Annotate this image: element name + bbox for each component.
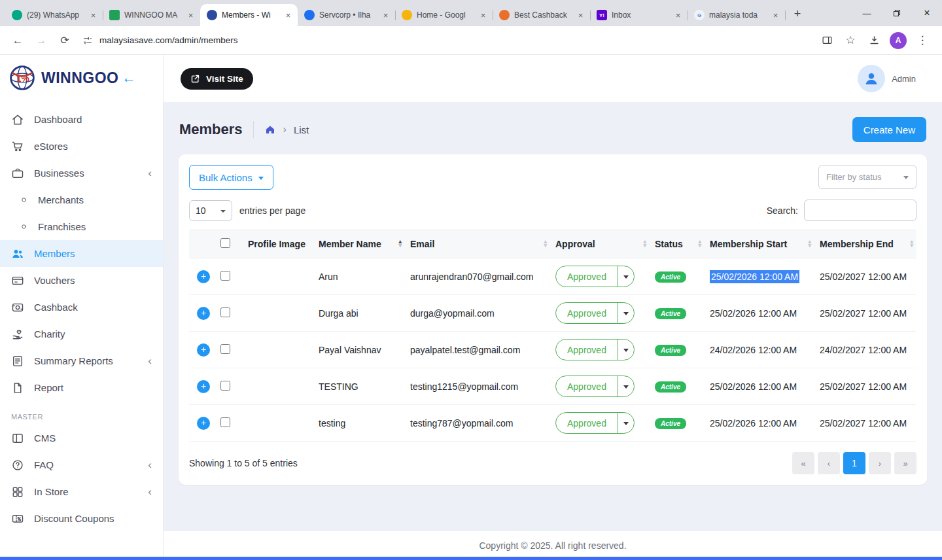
refresh-button[interactable]: ⟳: [54, 29, 76, 52]
reading-list-icon[interactable]: [816, 30, 837, 51]
tab-close-icon[interactable]: ×: [770, 10, 781, 21]
search-input[interactable]: [804, 200, 916, 221]
sidebar-item-in-store[interactable]: In Store: [0, 478, 163, 505]
tab-close-icon[interactable]: ×: [88, 10, 99, 21]
search-label: Search:: [767, 205, 798, 216]
sidebar-item-franchises[interactable]: Franchises: [0, 213, 163, 240]
browser-tab[interactable]: (29) WhatsApp ×: [5, 4, 103, 26]
pagination-page-1-button[interactable]: 1: [843, 452, 865, 474]
col-profile-image[interactable]: Profile Image: [243, 230, 313, 258]
members-table: Profile Image Member Name Email Approval…: [189, 230, 916, 442]
circle-bullet-icon: [20, 196, 28, 204]
table-row: + Arun arunrajendran070@gmail.com Approv…: [189, 258, 916, 295]
minimize-button[interactable]: —: [852, 0, 882, 26]
bottom-scrollbar[interactable]: [0, 557, 942, 560]
row-checkbox[interactable]: [220, 381, 230, 391]
browser-tab[interactable]: Home - Googl ×: [395, 4, 493, 26]
visit-site-button[interactable]: Visit Site: [181, 68, 253, 90]
sidebar-item-report[interactable]: Report: [0, 374, 163, 401]
pagination-first-button[interactable]: «: [792, 452, 814, 474]
browser-tab[interactable]: Servcorp • Ilha ×: [298, 4, 395, 26]
create-new-button[interactable]: Create New: [852, 117, 926, 142]
sidebar-item-dashboard[interactable]: Dashboard: [0, 106, 163, 133]
col-membership-end[interactable]: Membership End: [814, 230, 916, 258]
browser-profile-avatar[interactable]: A: [890, 32, 907, 49]
download-icon[interactable]: [864, 30, 884, 51]
sidebar-item-businesses[interactable]: Businesses: [0, 160, 163, 186]
sidebar-item-label: Members: [34, 248, 75, 259]
col-email[interactable]: Email: [405, 230, 550, 258]
expand-row-button[interactable]: +: [197, 417, 210, 430]
tab-close-icon[interactable]: ×: [478, 10, 489, 21]
sidebar-item-faq[interactable]: FAQ: [0, 451, 163, 478]
back-button[interactable]: ←: [7, 29, 29, 52]
expand-row-button[interactable]: +: [197, 307, 210, 320]
approval-dropdown[interactable]: Approved: [555, 412, 635, 434]
expand-row-button[interactable]: +: [197, 343, 210, 357]
collapse-sidebar-icon[interactable]: ←: [122, 70, 136, 86]
sidebar-item-summary-reports[interactable]: Summary Reports: [0, 347, 163, 374]
approval-dropdown[interactable]: Approved: [555, 339, 635, 360]
row-checkbox[interactable]: [220, 307, 230, 317]
row-checkbox[interactable]: [220, 344, 230, 354]
sidebar-item-cms[interactable]: CMS: [0, 425, 163, 451]
approval-dropdown[interactable]: Approved: [555, 302, 635, 324]
new-tab-button[interactable]: +: [788, 4, 807, 24]
browser-tab[interactable]: Best Cashback ×: [493, 4, 590, 26]
restore-button[interactable]: [882, 0, 912, 26]
sidebar-item-members[interactable]: Members: [0, 240, 163, 267]
breadcrumb-home-icon[interactable]: [264, 124, 276, 135]
row-checkbox[interactable]: [220, 417, 230, 427]
approval-value: Approved: [556, 303, 618, 323]
bulk-actions-button[interactable]: Bulk Actions: [189, 165, 273, 190]
close-window-button[interactable]: ×: [912, 0, 942, 26]
row-checkbox[interactable]: [220, 271, 230, 281]
forward-button[interactable]: →: [30, 29, 52, 52]
entries-per-page-select[interactable]: 10: [189, 200, 232, 221]
col-status[interactable]: Status: [650, 230, 705, 258]
admin-profile[interactable]: Admin: [858, 65, 925, 92]
col-approval[interactable]: Approval: [550, 230, 650, 258]
sidebar-item-charity[interactable]: Charity: [0, 321, 163, 347]
browser-tab[interactable]: Members - Wi ×: [200, 4, 298, 26]
col-membership-start[interactable]: Membership Start: [705, 230, 814, 258]
sidebar-item-label: Cashback: [34, 302, 78, 313]
sidebar-item-merchants[interactable]: Merchants: [0, 186, 163, 213]
membership-end-value: 25/02/2027 12:00 AM: [820, 418, 907, 429]
sidebar-item-label: Dashboard: [34, 114, 82, 125]
col-member-name[interactable]: Member Name: [313, 230, 405, 258]
tab-close-icon[interactable]: ×: [185, 10, 196, 21]
approval-dropdown[interactable]: Approved: [555, 376, 635, 397]
omnibox[interactable]: malaysiasave.com/admin/members: [82, 35, 815, 46]
sort-icons: [544, 240, 547, 247]
bookmark-star-icon[interactable]: ☆: [840, 30, 861, 51]
tab-close-icon[interactable]: ×: [575, 10, 586, 21]
browser-tab[interactable]: Y! Inbox ×: [590, 4, 688, 26]
pagination-prev-button[interactable]: ‹: [818, 452, 840, 474]
caret-down-icon[interactable]: [618, 376, 634, 396]
status-filter-select[interactable]: Filter by status: [818, 165, 916, 189]
sidebar-item-discount-coupons[interactable]: Discount Coupons: [0, 505, 163, 532]
browser-menu-icon[interactable]: ⋮: [912, 30, 933, 51]
tab-close-icon[interactable]: ×: [283, 10, 294, 21]
caret-down-icon[interactable]: [618, 266, 634, 287]
caret-down-icon[interactable]: [618, 413, 634, 433]
sidebar-item-estores[interactable]: eStores: [0, 133, 163, 160]
url-text[interactable]: malaysiasave.com/admin/members: [99, 35, 238, 45]
tab-close-icon[interactable]: ×: [380, 10, 391, 21]
pagination-next-button[interactable]: ›: [869, 452, 891, 474]
tab-close-icon[interactable]: ×: [672, 10, 684, 21]
caret-down-icon[interactable]: [618, 303, 634, 323]
site-info-icon[interactable]: [82, 35, 93, 46]
caret-down-icon[interactable]: [618, 340, 634, 360]
select-all-checkbox[interactable]: [220, 238, 230, 248]
brand-area[interactable]: 1% WINNGOO ←: [0, 55, 163, 101]
approval-dropdown[interactable]: Approved: [555, 266, 635, 287]
expand-row-button[interactable]: +: [197, 380, 210, 393]
browser-tab[interactable]: G malaysia toda ×: [688, 4, 785, 26]
sidebar-item-cashback[interactable]: Cashback: [0, 294, 163, 321]
browser-tab[interactable]: WINNGOO MA ×: [103, 4, 200, 26]
pagination-last-button[interactable]: »: [894, 452, 916, 474]
sidebar-item-vouchers[interactable]: Vouchers: [0, 267, 163, 294]
expand-row-button[interactable]: +: [197, 270, 210, 283]
